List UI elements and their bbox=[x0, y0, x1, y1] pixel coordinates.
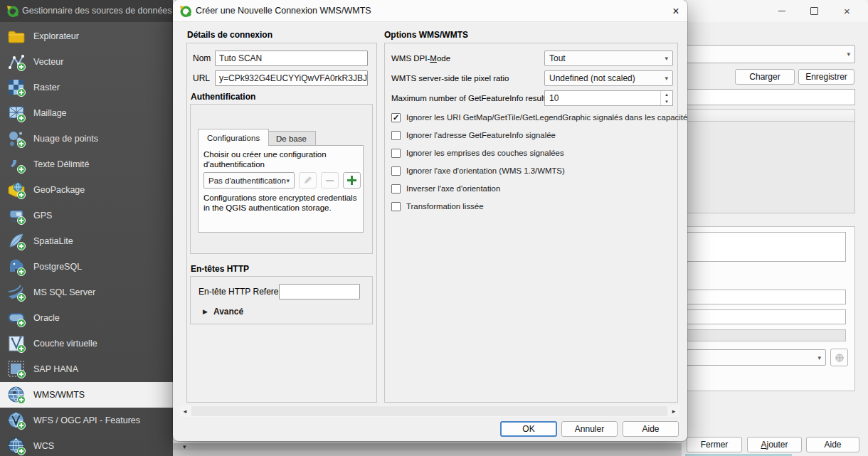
sidebar-item-oracle[interactable]: Oracle bbox=[0, 305, 173, 331]
sidebar-item-geopackage[interactable]: GeoPackage bbox=[0, 177, 173, 203]
qgis-logo-icon bbox=[6, 5, 18, 17]
sidebar-item-nuage-de-points[interactable]: Nuage de points bbox=[0, 126, 173, 152]
max-getfeatureinfo-label: Maximum number of GetFeatureInfo results bbox=[391, 90, 549, 106]
save-button-label: Enregistrer bbox=[805, 72, 847, 82]
auth-config-value: Pas d'authentification bbox=[208, 176, 286, 185]
sidebar-item-ms-sql-server[interactable]: MS SQL Server bbox=[0, 280, 173, 305]
sidebar-item-label: SpatiaLite bbox=[33, 236, 73, 246]
checkbox-ignorer-les-emprises-des-couches-signale[interactable]: Ignorer les emprises des couches signalé… bbox=[391, 147, 564, 159]
bg-titlebar-controls: × bbox=[687, 0, 868, 22]
screen: Gestionnaire des sources de données — × … bbox=[0, 0, 868, 456]
horizontal-scrollbar[interactable]: ◂ ▸ bbox=[179, 405, 679, 417]
manager-help-button[interactable]: Aide bbox=[806, 437, 859, 452]
checkbox-inverser-l-axe-d-orientation[interactable]: Inverser l'axe d'orientation bbox=[391, 183, 500, 194]
auth-config-select[interactable]: Pas d'authentification ▾ bbox=[203, 172, 295, 189]
raster-icon bbox=[7, 78, 26, 97]
sidebar-item-postgresql[interactable]: PostgreSQL bbox=[0, 254, 173, 280]
crs-picker-button[interactable] bbox=[830, 349, 848, 366]
qgis-logo-icon bbox=[179, 5, 191, 17]
ok-button[interactable]: OK bbox=[500, 421, 557, 437]
cancel-button[interactable]: Annuler bbox=[561, 421, 618, 437]
checkbox-label: Ignorer les URI GetMap/GetTile/GetLegend… bbox=[406, 113, 687, 122]
checkbox-ignorer-les-uri-getmap-gettile-getlegend[interactable]: ✓Ignorer les URI GetMap/GetTile/GetLegen… bbox=[391, 112, 687, 123]
sidebar-item-vecteur[interactable]: Vecteur bbox=[0, 49, 173, 75]
chevron-down-icon: ▾ bbox=[665, 55, 668, 62]
referer-input[interactable] bbox=[279, 284, 360, 299]
auth-note-text: Configurations store encrypted credentia… bbox=[203, 193, 361, 213]
minimize-button[interactable] bbox=[776, 5, 788, 17]
load-button[interactable]: Charger bbox=[735, 69, 795, 85]
plus-icon bbox=[347, 176, 356, 185]
scroll-left-icon[interactable]: ◂ bbox=[179, 405, 191, 417]
connection-details-header: Détails de connexion bbox=[187, 30, 272, 40]
wcs-globe-icon bbox=[7, 437, 26, 455]
http-headers-header: En-têtes HTTP bbox=[191, 264, 249, 274]
checkbox-unchecked-icon bbox=[391, 149, 401, 158]
dialog-help-button[interactable]: Aide bbox=[623, 421, 679, 437]
url-value: y=CPk932G4EUCYYiQwVFA0rkR3JBJTqcCU bbox=[219, 73, 368, 83]
add-button[interactable]: Ajouter bbox=[747, 437, 802, 452]
delimited-text-icon: , bbox=[7, 155, 26, 174]
tab-configurations[interactable]: Configurations bbox=[198, 129, 269, 146]
sidebar-item-label: Explorateur bbox=[33, 31, 79, 41]
name-input[interactable]: Tuto SCAN bbox=[215, 51, 368, 66]
close-icon: × bbox=[844, 6, 850, 16]
sidebar-item-explorateur[interactable]: Explorateur bbox=[0, 23, 173, 49]
svg-text:,: , bbox=[11, 155, 18, 169]
close-manager-button[interactable]: Fermer bbox=[687, 437, 742, 452]
virtual-layer-icon bbox=[7, 334, 26, 353]
sidebar-item-texte-delimite[interactable]: ,Texte Délimité bbox=[0, 152, 173, 177]
url-label: URL bbox=[193, 70, 210, 86]
close-window-button[interactable]: × bbox=[841, 5, 853, 17]
postgresql-icon bbox=[7, 258, 26, 276]
advanced-expander[interactable]: ▶ Avancé bbox=[203, 307, 243, 317]
checkbox-ignorer-l-adresse-getfeatureinfo-signale[interactable]: Ignorer l'adresse GetFeatureInfo signalé… bbox=[391, 129, 556, 141]
dpi-mode-select[interactable]: Tout ▾ bbox=[544, 51, 673, 66]
window-title: Gestionnaire des sources de données — bbox=[22, 0, 184, 22]
mesh-icon bbox=[7, 104, 26, 122]
checkbox-transformation-lissee[interactable]: Transformation lissée bbox=[391, 201, 483, 212]
spin-up-icon: ▴ bbox=[661, 91, 672, 98]
sidebar-item-wcs[interactable]: WCS bbox=[0, 433, 173, 456]
tile-pixel-ratio-value: Undefined (not scaled) bbox=[549, 73, 635, 83]
edit-auth-button bbox=[299, 172, 317, 189]
checkbox-unchecked-icon bbox=[391, 166, 401, 176]
sidebar-item-couche-virtuelle[interactable]: Couche virtuelle bbox=[0, 331, 173, 356]
sidebar-item-label: Vecteur bbox=[33, 57, 63, 67]
expander-triangle-icon: ▶ bbox=[203, 308, 208, 315]
spinner-buttons[interactable]: ▴ ▾ bbox=[660, 91, 672, 105]
sidebar-item-sap-hana[interactable]: SAP HANA bbox=[0, 356, 173, 382]
sidebar-item-gps[interactable]: GPS bbox=[0, 203, 173, 228]
tile-pixel-ratio-select[interactable]: Undefined (not scaled) ▾ bbox=[544, 70, 673, 86]
save-button[interactable]: Enregistrer bbox=[798, 69, 854, 85]
checkbox-label: Transformation lissée bbox=[406, 202, 483, 211]
sidebar-item-spatialite[interactable]: SpatiaLite bbox=[0, 228, 173, 254]
max-getfeatureinfo-spinbox[interactable]: 10 ▴ ▾ bbox=[544, 90, 673, 106]
sidebar-item-wfs-ogc-api-features[interactable]: WFS / OGC API - Features bbox=[0, 408, 173, 433]
checkbox-unchecked-icon bbox=[391, 131, 401, 140]
wms-globe-icon bbox=[7, 386, 26, 404]
sidebar-item-label: GPS bbox=[33, 211, 52, 221]
tab-basic-label: De base bbox=[276, 134, 307, 143]
new-wms-connection-dialog: Créer une Nouvelle Connexion WMS/WMTS × … bbox=[173, 0, 687, 441]
oracle-icon bbox=[7, 309, 26, 327]
point-cloud-icon bbox=[7, 129, 26, 148]
ok-button-label: OK bbox=[522, 424, 534, 434]
sidebar-item-wms-wmts[interactable]: WMS/WMTS bbox=[0, 382, 173, 408]
scroll-right-icon[interactable]: ▸ bbox=[668, 405, 679, 417]
url-input[interactable]: y=CPk932G4EUCYYiQwVFA0rkR3JBJTqcCU bbox=[215, 70, 368, 86]
scrollbar-thumb[interactable] bbox=[191, 406, 667, 416]
tab-basic[interactable]: De base bbox=[267, 131, 316, 146]
sidebar-item-maillage[interactable]: Maillage bbox=[0, 100, 173, 126]
checkbox-label: Inverser l'axe d'orientation bbox=[406, 184, 500, 193]
checkbox-label: Ignorer l'adresse GetFeatureInfo signalé… bbox=[406, 131, 556, 139]
checkbox-ignorer-l-axe-d-orientation-wms-1-3-wmts[interactable]: Ignorer l'axe d'orientation (WMS 1.3/WMT… bbox=[391, 165, 565, 176]
add-auth-button[interactable] bbox=[343, 172, 361, 189]
maximize-button[interactable] bbox=[808, 5, 820, 17]
vector-icon bbox=[7, 53, 26, 71]
close-dialog-button[interactable]: × bbox=[669, 4, 683, 18]
authentication-group: Configurations De base Choisir ou créer … bbox=[190, 104, 373, 254]
dialog-title: Créer une Nouvelle Connexion WMS/WMTS bbox=[196, 0, 371, 22]
sidebar-item-raster[interactable]: Raster bbox=[0, 75, 173, 100]
name-label: Nom bbox=[193, 51, 211, 66]
